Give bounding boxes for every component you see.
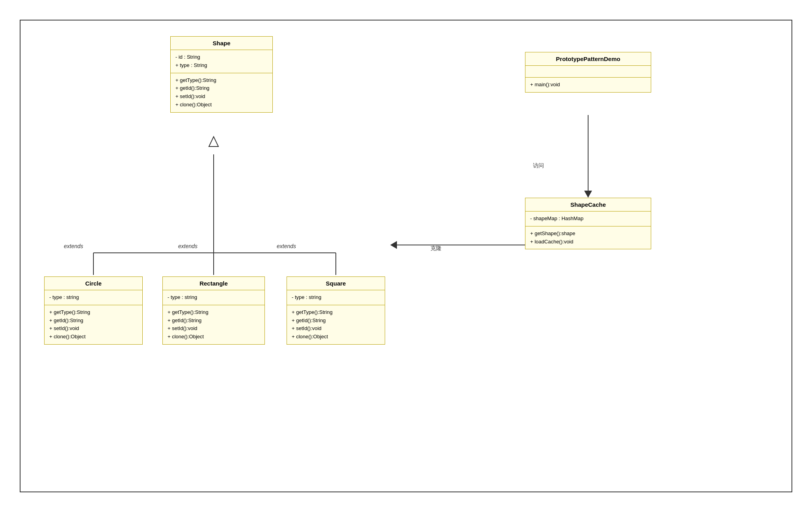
rectangle-method-3: + setId():void bbox=[168, 325, 260, 333]
shape-class: Shape - id : String + type : String + ge… bbox=[170, 36, 273, 113]
shape-attr-2: + type : String bbox=[175, 61, 268, 70]
circle-methods: + getType():String + getId():String + se… bbox=[45, 305, 142, 344]
rectangle-method-2: + getId():String bbox=[168, 317, 260, 325]
svg-marker-1 bbox=[209, 137, 218, 147]
shapecache-class: ShapeCache - shapeMap : HashMap + getSha… bbox=[525, 198, 651, 249]
shapecache-attributes: - shapeMap : HashMap bbox=[525, 211, 651, 226]
rectangle-method-4: + clone():Object bbox=[168, 333, 260, 341]
clone-label: 克隆 bbox=[430, 245, 441, 252]
arrows-svg bbox=[20, 20, 792, 492]
square-methods: + getType():String + getId():String + se… bbox=[287, 305, 385, 344]
extends-right-label: extends bbox=[277, 243, 296, 249]
rectangle-method-1: + getType():String bbox=[168, 308, 260, 317]
circle-method-4: + clone():Object bbox=[49, 333, 138, 341]
shapecache-method-1: + getShape():shape bbox=[530, 230, 646, 238]
shape-method-1: + getType():String bbox=[175, 76, 268, 85]
circle-class-header: Circle bbox=[45, 277, 142, 290]
square-class: Square - type : string + getType():Strin… bbox=[287, 276, 385, 345]
shapecache-header: ShapeCache bbox=[525, 198, 651, 211]
extends-center-label: extends bbox=[178, 243, 197, 249]
shape-class-header: Shape bbox=[171, 37, 272, 50]
square-class-header: Square bbox=[287, 277, 385, 290]
prototype-demo-empty bbox=[525, 66, 651, 78]
square-attr-1: - type : string bbox=[292, 293, 380, 302]
rectangle-attributes: - type : string bbox=[163, 290, 264, 305]
diagram-container: Shape - id : String + type : String + ge… bbox=[20, 20, 792, 492]
circle-method-2: + getId():String bbox=[49, 317, 138, 325]
square-method-4: + clone():Object bbox=[292, 333, 380, 341]
square-method-2: + getId():String bbox=[292, 317, 380, 325]
rectangle-methods: + getType():String + getId():String + se… bbox=[163, 305, 264, 344]
square-method-1: + getType():String bbox=[292, 308, 380, 317]
prototype-demo-header: PrototypePatternDemo bbox=[525, 52, 651, 66]
visit-label: 访问 bbox=[533, 162, 544, 169]
shapecache-method-2: + loadCache():void bbox=[530, 238, 646, 246]
shape-methods: + getType():String + getId():String + se… bbox=[171, 73, 272, 112]
prototype-demo-methods: + main():void bbox=[525, 78, 651, 92]
prototype-demo-method-1: + main():void bbox=[530, 81, 646, 89]
rectangle-class: Rectangle - type : string + getType():St… bbox=[162, 276, 265, 345]
shapecache-attr-1: - shapeMap : HashMap bbox=[530, 215, 646, 223]
shape-attr-1: - id : String bbox=[175, 53, 268, 61]
shape-attributes: - id : String + type : String bbox=[171, 50, 272, 73]
svg-marker-7 bbox=[584, 191, 592, 198]
rectangle-class-header: Rectangle bbox=[163, 277, 264, 290]
circle-class: Circle - type : string + getType():Strin… bbox=[44, 276, 143, 345]
svg-marker-9 bbox=[390, 241, 397, 249]
prototype-demo-class: PrototypePatternDemo + main():void bbox=[525, 52, 651, 93]
shapecache-methods: + getShape():shape + loadCache():void bbox=[525, 226, 651, 249]
circle-method-1: + getType():String bbox=[49, 308, 138, 317]
circle-method-3: + setId():void bbox=[49, 325, 138, 333]
circle-attr-1: - type : string bbox=[49, 293, 138, 302]
extends-left-label: extends bbox=[64, 243, 83, 249]
shape-method-4: + clone():Object bbox=[175, 101, 268, 109]
shape-method-3: + setId():void bbox=[175, 93, 268, 101]
shape-method-2: + getId():String bbox=[175, 84, 268, 93]
square-method-3: + setId():void bbox=[292, 325, 380, 333]
square-attributes: - type : string bbox=[287, 290, 385, 305]
circle-attributes: - type : string bbox=[45, 290, 142, 305]
rectangle-attr-1: - type : string bbox=[168, 293, 260, 302]
